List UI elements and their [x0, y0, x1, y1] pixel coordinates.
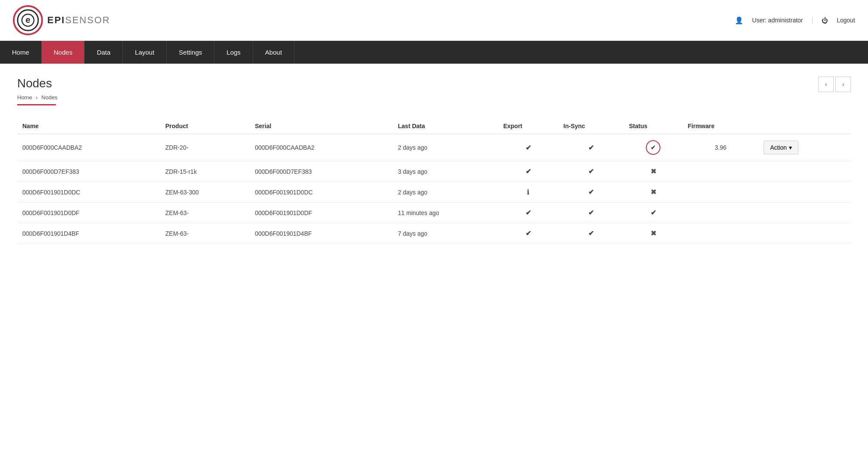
status-circle-icon: ✔	[646, 140, 660, 155]
cell-firmware: 3.96	[683, 134, 759, 161]
action-button[interactable]: Action ▾	[764, 141, 798, 154]
cell-lastdata: 3 days ago	[393, 161, 498, 182]
cell-export: ✔	[498, 203, 558, 223]
cell-serial: 000D6F001901D0DF	[250, 203, 393, 223]
cell-serial: 000D6F000CAADBA2	[250, 134, 393, 161]
cell-export: ✔	[498, 161, 558, 182]
cross-icon: ✖	[651, 188, 656, 196]
nav-settings[interactable]: Settings	[167, 41, 214, 64]
nodes-table: Name Product Serial Last Data Export In-…	[17, 118, 851, 244]
logout-button[interactable]: Logout	[837, 17, 855, 24]
table-row: 000D6F000D7EF383ZDR-15-r1k000D6F000D7EF3…	[17, 161, 851, 182]
check-icon: ✔	[526, 209, 531, 216]
cell-serial: 000D6F001901D0DC	[250, 182, 393, 203]
prev-page-button[interactable]: ‹	[818, 77, 834, 92]
cell-status: ✖	[624, 223, 683, 244]
col-name: Name	[17, 118, 160, 134]
cell-insync: ✔	[558, 182, 624, 203]
check-icon: ✔	[588, 168, 594, 175]
col-action	[758, 118, 851, 134]
check-icon: ✔	[651, 209, 656, 216]
main-content: Nodes ‹ › Home › Nodes Name Product Seri…	[0, 64, 868, 257]
page-title: Nodes	[17, 77, 52, 90]
nav-nodes[interactable]: Nodes	[42, 41, 85, 64]
cell-action	[758, 182, 851, 203]
check-icon: ✔	[588, 144, 594, 151]
cell-insync: ✔	[558, 203, 624, 223]
cell-status: ✔	[624, 134, 683, 161]
cell-firmware	[683, 223, 759, 244]
cell-lastdata: 11 minutes ago	[393, 203, 498, 223]
col-export: Export	[498, 118, 558, 134]
next-page-button[interactable]: ›	[835, 77, 851, 92]
user-label: User: administrator	[752, 17, 803, 24]
col-firmware: Firmware	[683, 118, 759, 134]
page-header: Nodes ‹ ›	[17, 77, 851, 92]
table-row: 000D6F001901D4BFZEM-63-000D6F001901D4BF7…	[17, 223, 851, 244]
cell-product: ZDR-20-	[160, 134, 250, 161]
col-lastdata: Last Data	[393, 118, 498, 134]
underline-bar	[17, 104, 56, 105]
cell-lastdata: 7 days ago	[393, 223, 498, 244]
cell-insync: ✔	[558, 223, 624, 244]
table-row: 000D6F001901D0DFZEM-63-000D6F001901D0DF1…	[17, 203, 851, 223]
check-icon: ✔	[588, 230, 594, 237]
nav-data[interactable]: Data	[85, 41, 123, 64]
cell-insync: ✔	[558, 161, 624, 182]
table-body: 000D6F000CAADBA2ZDR-20-000D6F000CAADBA22…	[17, 134, 851, 244]
breadcrumb-current: Nodes	[41, 94, 58, 101]
cell-product: ZEM-63-300	[160, 182, 250, 203]
check-icon: ✔	[526, 168, 531, 175]
cell-firmware	[683, 161, 759, 182]
cross-icon: ✖	[651, 230, 656, 237]
breadcrumb-home[interactable]: Home	[17, 94, 32, 101]
nav-home[interactable]: Home	[0, 41, 42, 64]
breadcrumb: Home › Nodes	[17, 94, 851, 101]
col-insync: In-Sync	[558, 118, 624, 134]
cell-name: 000D6F001901D0DF	[17, 203, 160, 223]
pagination-buttons: ‹ ›	[818, 77, 851, 92]
col-serial: Serial	[250, 118, 393, 134]
cell-product: ZEM-63-	[160, 203, 250, 223]
nav-layout[interactable]: Layout	[123, 41, 167, 64]
cell-firmware	[683, 182, 759, 203]
logo-area: e EPISENSOR	[13, 5, 110, 35]
cell-lastdata: 2 days ago	[393, 182, 498, 203]
cell-firmware	[683, 203, 759, 223]
cell-export: ℹ	[498, 182, 558, 203]
cell-name: 000D6F000D7EF383	[17, 161, 160, 182]
col-product: Product	[160, 118, 250, 134]
svg-text:e: e	[25, 15, 30, 25]
cell-action	[758, 203, 851, 223]
main-nav: Home Nodes Data Layout Settings Logs Abo…	[0, 41, 868, 64]
cell-action	[758, 161, 851, 182]
cell-name: 000D6F001901D0DC	[17, 182, 160, 203]
cell-status: ✖	[624, 182, 683, 203]
table-header: Name Product Serial Last Data Export In-…	[17, 118, 851, 134]
cell-status: ✖	[624, 161, 683, 182]
cell-status: ✔	[624, 203, 683, 223]
divider: |	[812, 17, 813, 24]
nav-about[interactable]: About	[253, 41, 294, 64]
check-icon: ✔	[588, 209, 594, 216]
cell-export: ✔	[498, 134, 558, 161]
table-row: 000D6F000CAADBA2ZDR-20-000D6F000CAADBA22…	[17, 134, 851, 161]
user-icon: 👤	[735, 16, 743, 25]
cell-export: ✔	[498, 223, 558, 244]
cell-serial: 000D6F001901D4BF	[250, 223, 393, 244]
nav-logs[interactable]: Logs	[214, 41, 253, 64]
cell-name: 000D6F000CAADBA2	[17, 134, 160, 161]
check-icon: ✔	[526, 230, 531, 237]
cell-action	[758, 223, 851, 244]
cross-icon: ✖	[651, 168, 656, 175]
breadcrumb-separator: ›	[36, 94, 37, 101]
logo-text: EPISENSOR	[47, 15, 110, 26]
header: e EPISENSOR 👤 User: administrator | ⏻ Lo…	[0, 0, 868, 41]
dropdown-arrow-icon: ▾	[789, 144, 792, 151]
check-icon: ✔	[526, 144, 531, 151]
cell-name: 000D6F001901D4BF	[17, 223, 160, 244]
cell-lastdata: 2 days ago	[393, 134, 498, 161]
cell-serial: 000D6F000D7EF383	[250, 161, 393, 182]
table-row: 000D6F001901D0DCZEM-63-300000D6F001901D0…	[17, 182, 851, 203]
cell-insync: ✔	[558, 134, 624, 161]
